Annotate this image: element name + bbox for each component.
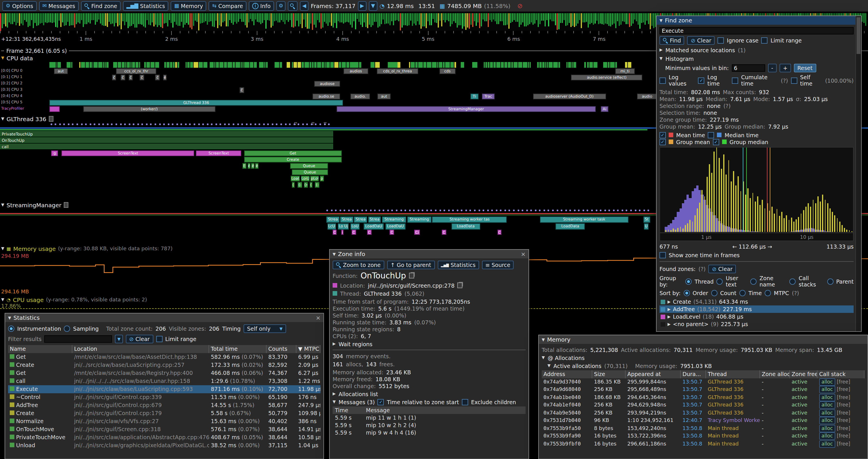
zone-segment[interactable] <box>603 62 607 68</box>
message-dot[interactable] <box>552 209 554 211</box>
zone-segment[interactable]: aut <box>378 94 391 99</box>
zone-segment[interactable] <box>317 62 321 68</box>
min-bin-decrease-button[interactable]: - <box>768 64 777 72</box>
message-dot[interactable] <box>76 124 78 125</box>
zone-segment[interactable]: C <box>332 230 337 235</box>
zone-segment[interactable]: LoadData <box>451 223 480 229</box>
collapse-icon[interactable]: ▼ <box>333 400 336 404</box>
zone-segment[interactable] <box>214 62 215 68</box>
message-dot[interactable] <box>370 209 371 211</box>
message-dot[interactable] <box>457 209 458 211</box>
zone-segment[interactable] <box>56 62 57 68</box>
zone-segment[interactable] <box>173 62 174 68</box>
group-by-radio-thread[interactable] <box>685 278 692 285</box>
zone-segment[interactable] <box>57 62 61 68</box>
toolbar-button-statistics[interactable]: ▂▅▇Statistics <box>123 1 168 11</box>
zone-segment[interactable] <box>514 62 518 68</box>
message-dot[interactable] <box>116 124 117 125</box>
zone-segment[interactable]: č <box>140 75 144 80</box>
zone-segment[interactable] <box>151 62 155 68</box>
message-dot[interactable] <box>357 209 359 211</box>
zone-segment[interactable]: Strea <box>354 217 367 223</box>
message-dot[interactable] <box>443 209 445 211</box>
zone-segment[interactable]: (- <box>298 182 302 188</box>
message-dot[interactable] <box>530 209 532 211</box>
zone-segment[interactable] <box>342 62 346 68</box>
message-row[interactable]: 5.59 smip 10 w 2 h 2 (4) <box>333 421 526 429</box>
next-frame-button[interactable]: ▶ <box>358 1 367 11</box>
alloc-callstack-button[interactable]: alloc <box>819 386 835 393</box>
zone-segment[interactable]: (= <box>304 182 308 188</box>
expand-icon[interactable]: ▶ <box>668 299 671 304</box>
message-dot[interactable] <box>150 124 152 125</box>
zone-segment[interactable] <box>254 62 257 68</box>
zone-segment[interactable] <box>139 62 140 68</box>
toolbar-button-tools[interactable]: ⚙ <box>276 1 285 11</box>
open-zone-band[interactable]: call <box>0 143 333 149</box>
scrollbar-thumb[interactable] <box>857 17 861 54</box>
thread-value[interactable]: GLThread 336 <box>364 290 402 297</box>
zone-segment[interactable] <box>490 62 493 68</box>
message-dot[interactable] <box>431 209 432 211</box>
zone-segment[interactable] <box>298 62 301 68</box>
zone-segment[interactable] <box>275 62 279 68</box>
zone-segment[interactable] <box>472 62 476 68</box>
allocation-row[interactable]: 0x74ab1be040186.68 KB294,645,364ns13:50.… <box>542 394 865 401</box>
zone-segment[interactable] <box>187 62 190 68</box>
zone-segment[interactable]: audiose <box>314 81 340 87</box>
zone-segment[interactable] <box>439 62 442 68</box>
collapse-icon[interactable]: ▼ <box>659 56 663 61</box>
zone-segment[interactable] <box>427 62 431 68</box>
zone-segment[interactable] <box>432 62 437 68</box>
zone-segment[interactable] <box>178 62 180 68</box>
table-row[interactable]: Unloadjni/../jni/src/claw/graphics/pixel… <box>8 441 320 450</box>
zone-segment[interactable] <box>66 62 71 68</box>
go-to-parent-button[interactable]: ↑Go to parent <box>387 261 435 269</box>
collapse-icon[interactable]: ▼ <box>8 316 11 320</box>
table-row[interactable]: Createjni/../src/claw/base/LuaScripting.… <box>8 361 320 369</box>
zone-segment[interactable] <box>244 62 246 68</box>
zone-segment[interactable] <box>443 62 444 68</box>
help-icon[interactable]: (?) <box>699 266 706 272</box>
zone-segment[interactable]: Lo Uj <box>338 223 349 229</box>
zone-segment[interactable] <box>98 62 102 68</box>
message-dot[interactable] <box>487 209 489 211</box>
toolbar-button-messages[interactable]: ✉Messages <box>39 1 79 11</box>
message-dot[interactable] <box>307 124 308 125</box>
message-dot[interactable] <box>228 124 230 125</box>
alloc-callstack-button[interactable]: alloc <box>819 440 835 448</box>
column-header[interactable]: Time <box>333 406 364 414</box>
collapse-icon[interactable]: ▼ <box>333 252 336 256</box>
collapse-icon[interactable]: ▼ <box>1 117 4 121</box>
zone-segment[interactable] <box>186 62 187 68</box>
capture-disabled-icon[interactable]: ⊘ <box>517 2 523 9</box>
zone-segment[interactable]: LoU <box>351 223 359 229</box>
scrollbar[interactable] <box>855 16 861 331</box>
zone-segment[interactable]: audio. <box>351 94 370 99</box>
column-header[interactable]: Location <box>72 345 209 353</box>
alloc-callstack-button[interactable]: alloc <box>819 401 835 409</box>
zone-segment[interactable]: Ci <box>414 230 420 235</box>
zone-segment[interactable] <box>50 106 60 112</box>
zone-segment[interactable] <box>628 62 631 68</box>
allocation-row[interactable]: 0x74a9d68040256 KB295,668,489ns13:50.7GL… <box>542 386 865 394</box>
zone-segment[interactable] <box>394 62 397 68</box>
message-dot[interactable] <box>340 209 341 211</box>
zone-segment[interactable] <box>326 62 330 68</box>
zone-segment[interactable] <box>415 62 418 68</box>
message-dot[interactable] <box>409 209 410 211</box>
zone-segment[interactable] <box>175 62 177 68</box>
zone-segment[interactable] <box>493 62 496 68</box>
message-dot[interactable] <box>72 124 74 125</box>
zone-segment[interactable] <box>539 62 542 68</box>
cpu-data-header[interactable]: ▼ CPU data <box>1 55 33 61</box>
zone-segment[interactable] <box>461 62 464 68</box>
table-row[interactable]: OnTouchMovejni/../jni/src/guif/Screen.cp… <box>8 425 320 433</box>
zone-segment[interactable]: Streaming <box>382 217 406 223</box>
min-bin-input[interactable] <box>732 64 765 72</box>
sort-by-radio-count[interactable] <box>711 290 717 296</box>
memory-titlebar[interactable]: ▼ Memory <box>539 335 867 344</box>
message-dot[interactable] <box>289 124 291 125</box>
message-dot[interactable] <box>146 124 148 125</box>
zone-segment[interactable] <box>567 62 567 68</box>
